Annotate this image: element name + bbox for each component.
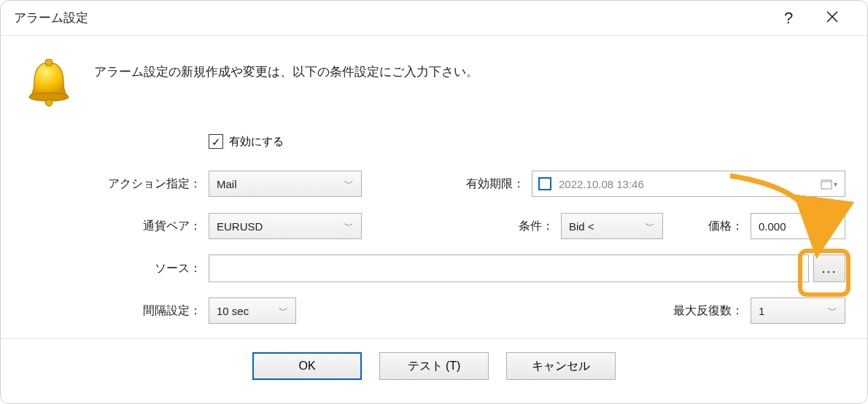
enable-label: 有効にする bbox=[229, 135, 284, 149]
help-button[interactable]: ? bbox=[767, 9, 810, 28]
test-button[interactable]: テスト (T) bbox=[379, 352, 489, 380]
chevron-down-icon: ﹀ bbox=[344, 177, 354, 190]
max-value: 1 bbox=[759, 305, 764, 317]
svg-rect-4 bbox=[821, 180, 832, 182]
price-input[interactable] bbox=[751, 213, 845, 239]
chevron-down-icon: ﹀ bbox=[646, 220, 655, 233]
svg-point-2 bbox=[46, 99, 53, 106]
button-bar: OK テスト (T) キャンセル bbox=[1, 339, 867, 393]
enable-checkbox[interactable]: ✓ 有効にする bbox=[209, 134, 284, 149]
expiry-input[interactable]: 2022.10.08 13:46 ▾ bbox=[532, 171, 845, 197]
expiry-enable-checkbox[interactable] bbox=[538, 177, 551, 190]
cancel-button[interactable]: キャンセル bbox=[506, 352, 616, 380]
expiry-label: 有効期限： bbox=[444, 176, 532, 192]
max-select[interactable]: 1 ﹀ bbox=[751, 298, 845, 324]
calendar-icon[interactable]: ▾ bbox=[818, 178, 839, 190]
interval-select[interactable]: 10 sec ﹀ bbox=[209, 298, 296, 324]
action-label: アクション指定： bbox=[92, 176, 209, 192]
max-label: 最大反復数： bbox=[648, 303, 751, 319]
source-label: ソース： bbox=[92, 261, 209, 276]
bell-icon bbox=[23, 58, 75, 112]
chevron-down-icon: ﹀ bbox=[828, 304, 837, 317]
pair-value: EURUSD bbox=[217, 220, 263, 233]
dialog-title: アラーム設定 bbox=[14, 9, 767, 26]
source-input[interactable] bbox=[209, 255, 809, 282]
close-button[interactable] bbox=[810, 9, 854, 28]
chevron-down-icon: ﹀ bbox=[279, 304, 288, 317]
price-label: 価格： bbox=[692, 219, 751, 234]
form-area: ✓ 有効にする アクション指定： Mail ﹀ 有効期限： 2022.10.08… bbox=[92, 127, 845, 325]
action-select[interactable]: Mail ﹀ bbox=[209, 171, 362, 197]
check-icon: ✓ bbox=[212, 136, 221, 147]
intro-text: アラーム設定の新規作成や変更は、以下の条件設定にご入力下さい。 bbox=[94, 58, 478, 80]
dialog-window: アラーム設定 ? bbox=[0, 0, 868, 404]
pair-select[interactable]: EURUSD ﹀ bbox=[209, 213, 362, 239]
ok-button[interactable]: OK bbox=[252, 352, 362, 380]
condition-label: 条件： bbox=[503, 219, 561, 234]
pair-label: 通貨ペア： bbox=[92, 219, 209, 234]
svg-rect-0 bbox=[46, 59, 53, 66]
action-value: Mail bbox=[217, 178, 237, 190]
interval-label: 間隔設定： bbox=[92, 303, 209, 319]
expiry-value: 2022.10.08 13:46 bbox=[559, 178, 811, 190]
browse-label: ... bbox=[821, 261, 837, 276]
condition-select[interactable]: Bid < ﹀ bbox=[561, 213, 663, 239]
condition-value: Bid < bbox=[569, 220, 594, 233]
dialog-content: アラーム設定の新規作成や変更は、以下の条件設定にご入力下さい。 ✓ 有効にする … bbox=[1, 36, 867, 325]
interval-value: 10 sec bbox=[217, 305, 249, 317]
chevron-down-icon: ﹀ bbox=[344, 220, 354, 233]
browse-button[interactable]: ... bbox=[813, 255, 845, 282]
titlebar: アラーム設定 ? bbox=[1, 1, 867, 36]
